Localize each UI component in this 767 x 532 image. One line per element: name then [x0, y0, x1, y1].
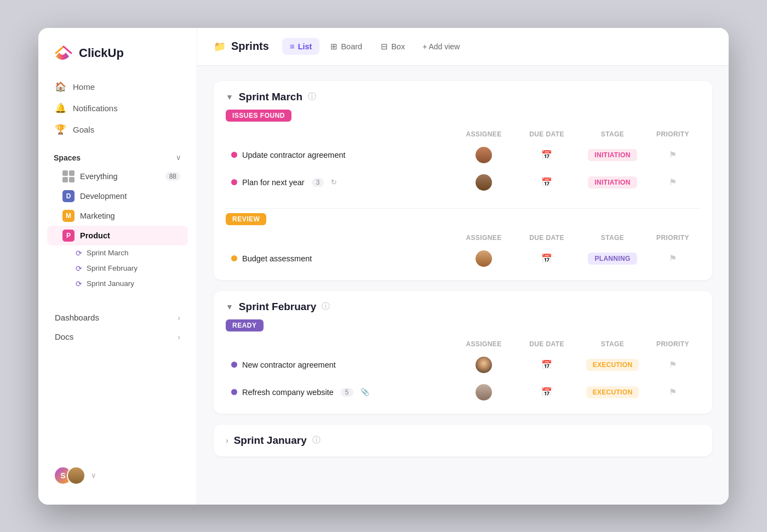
sprint-february-label: Sprint February — [87, 264, 138, 272]
sidebar-item-sprint-march[interactable]: ⟳ Sprint March — [47, 245, 188, 261]
marketing-label: Marketing — [80, 211, 115, 220]
sprint-january-icon: ⟳ — [76, 279, 82, 288]
bell-icon: 🔔 — [55, 102, 66, 114]
sidebar-item-sprint-january[interactable]: ⟳ Sprint January — [47, 276, 188, 291]
col-priority-r: PRIORITY — [651, 234, 695, 242]
tab-box[interactable]: ⊟ Box — [373, 38, 413, 55]
table-row[interactable]: Plan for next year 3 ↻ 📅 INITIATION — [226, 169, 700, 196]
avatar-person — [67, 466, 85, 485]
logo-area: ClickUp — [38, 43, 197, 76]
sidebar-item-everything[interactable]: Everything 88 — [47, 167, 188, 186]
product-avatar: P — [62, 230, 75, 242]
main-content: 📁 Sprints ≡ List ⊞ Board ⊟ Box + Add vie… — [197, 28, 729, 505]
sidebar-item-product[interactable]: P Product — [47, 226, 188, 245]
task-name-cell: Update contractor agreement — [231, 151, 448, 159]
assignee-cell — [448, 174, 519, 191]
review-table: ASSIGNEE DUE DATE STAGE PRIORITY Budget … — [226, 231, 700, 272]
sprint-march-info-icon[interactable]: ⓘ — [308, 91, 316, 102]
ready-tag: READY — [226, 319, 264, 331]
stage-cell: INITIATION — [574, 149, 651, 161]
col-duedate-rd: DUE DATE — [519, 340, 574, 348]
sprint-january-section: › Sprint January ⓘ — [214, 425, 712, 456]
review-table-header: ASSIGNEE DUE DATE STAGE PRIORITY — [226, 231, 700, 245]
col-task-rd — [231, 340, 448, 348]
priority-cell: ⚑ — [651, 150, 695, 160]
date-cell: 📅 — [519, 359, 574, 370]
tab-box-label: Box — [391, 42, 405, 51]
sprint-march-header: ▼ Sprint March ⓘ — [214, 81, 712, 110]
col-duedate-1: DUE DATE — [519, 130, 574, 138]
date-cell: 📅 — [519, 253, 574, 264]
table-row[interactable]: Budget assessment 📅 PLANNING ⚑ — [226, 245, 700, 272]
assignee-cell — [448, 250, 519, 267]
sprint-february-icon: ⟳ — [76, 264, 82, 273]
stage-cell: EXECUTION — [574, 359, 651, 371]
priority-cell: ⚑ — [651, 387, 695, 397]
task-count-badge: 3 — [312, 178, 324, 187]
page-title: Sprints — [231, 40, 269, 53]
col-stage-r: STAGE — [574, 234, 651, 242]
tab-list-label: List — [298, 42, 312, 51]
sprint-february-title: Sprint February — [239, 301, 316, 313]
sprint-february-toggle[interactable]: ▼ — [226, 302, 233, 311]
sprint-january-toggle[interactable]: › — [226, 436, 228, 445]
sprint-january-header[interactable]: › Sprint January ⓘ — [214, 425, 712, 456]
footer-chevron-icon[interactable]: ∨ — [91, 471, 96, 479]
spaces-list: Everything 88 D Development M Marketing … — [38, 167, 197, 291]
avatar — [476, 147, 492, 163]
sidebar-item-notifications[interactable]: 🔔 Notifications — [47, 98, 188, 119]
col-priority-rd: PRIORITY — [651, 340, 695, 348]
table-row[interactable]: Refresh company website 5 📎 📅 EXECUTION — [226, 379, 700, 406]
everything-badge: 88 — [165, 172, 180, 181]
avatar — [476, 357, 492, 373]
col-assignee-1: ASSIGNEE — [448, 130, 519, 138]
date-cell: 📅 — [519, 387, 574, 397]
priority-cell: ⚑ — [651, 177, 695, 187]
sidebar-footer: S ∨ — [38, 457, 197, 494]
sprint-march-toggle[interactable]: ▼ — [226, 93, 233, 101]
status-badge: PLANNING — [588, 253, 637, 265]
cycle-icon: ↻ — [331, 178, 337, 186]
sprint-march-section: ▼ Sprint March ⓘ ISSUES FOUND ASSIGNEE D… — [214, 81, 712, 280]
list-icon: ≡ — [290, 42, 295, 51]
sidebar-item-goals[interactable]: 🏆 Goals — [47, 119, 188, 140]
col-assignee-r: ASSIGNEE — [448, 234, 519, 242]
sprint-january-info-icon[interactable]: ⓘ — [312, 435, 320, 445]
sidebar-item-home[interactable]: 🏠 Home — [47, 76, 188, 98]
board-icon: ⊞ — [330, 42, 337, 52]
date-cell: 📅 — [519, 177, 574, 187]
stage-cell: EXECUTION — [574, 386, 651, 398]
issues-found-group: ISSUES FOUND ASSIGNEE DUE DATE STAGE PRI… — [214, 110, 712, 204]
priority-cell: ⚑ — [651, 359, 695, 370]
avatar — [476, 250, 492, 267]
development-label: Development — [80, 192, 127, 201]
tab-list[interactable]: ≡ List — [282, 38, 320, 55]
sidebar-item-docs[interactable]: Docs › — [47, 327, 188, 346]
issues-found-tag: ISSUES FOUND — [226, 110, 291, 122]
sidebar-item-marketing[interactable]: M Marketing — [47, 206, 188, 226]
task-name-cell: New contractor agreement — [231, 361, 448, 369]
dashboards-label: Dashboards — [55, 313, 99, 322]
top-bar: 📁 Sprints ≡ List ⊞ Board ⊟ Box + Add vie… — [197, 28, 729, 66]
everything-label: Everything — [80, 172, 118, 181]
table-row[interactable]: Update contractor agreement 📅 INITIATION… — [226, 141, 700, 169]
tab-board[interactable]: ⊞ Board — [323, 38, 370, 55]
sidebar-item-development[interactable]: D Development — [47, 186, 188, 206]
spaces-chevron-icon[interactable]: ∨ — [176, 153, 181, 162]
sidebar-bottom: Dashboards › Docs › — [38, 304, 197, 351]
task-name: Update contractor agreement — [242, 151, 346, 159]
spaces-header: Spaces ∨ — [38, 150, 197, 167]
add-view-button[interactable]: + Add view — [416, 38, 466, 55]
sidebar-item-sprint-february[interactable]: ⟳ Sprint February — [47, 261, 188, 276]
sidebar-item-dashboards[interactable]: Dashboards › — [47, 308, 188, 327]
stage-cell: INITIATION — [574, 176, 651, 188]
status-badge: INITIATION — [588, 176, 637, 188]
sprint-february-info-icon[interactable]: ⓘ — [322, 301, 330, 312]
table-row[interactable]: New contractor agreement 📅 EXECUTION ⚑ — [226, 351, 700, 379]
product-label: Product — [80, 231, 110, 240]
sidebar-item-goals-label: Goals — [73, 125, 94, 134]
sprint-february-section: ▼ Sprint February ⓘ READY ASSIGNEE DUE D… — [214, 291, 712, 414]
task-name-cell: Budget assessment — [231, 254, 448, 263]
user-avatars[interactable]: S — [54, 466, 85, 485]
sidebar: ClickUp 🏠 Home 🔔 Notifications 🏆 Goals S… — [38, 28, 197, 505]
